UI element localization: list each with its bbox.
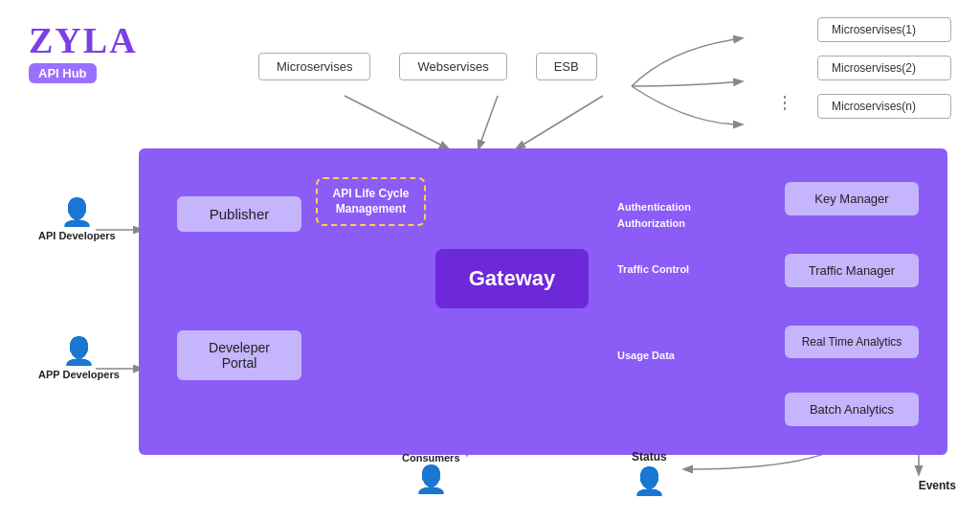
app-developer-icon: 👤 <box>62 335 96 367</box>
micro-box-2: Microservises(2) <box>817 56 951 80</box>
gateway-box: Gateway <box>435 249 589 308</box>
svg-line-4 <box>517 96 603 148</box>
traffic-manager-box: Traffic Manager <box>785 254 919 287</box>
status-label: Status <box>632 450 667 463</box>
microservices-right: Microservises(1) Microservises(2) Micros… <box>817 17 951 119</box>
top-services: Microservises Webservises ESB <box>258 53 597 80</box>
batch-analytics-box: Batch Analytics <box>785 393 919 426</box>
svg-line-2 <box>345 96 448 148</box>
micro-box-3: Microservises(n) <box>817 94 951 119</box>
usage-data-label: Usage Data <box>617 350 675 361</box>
status-area: Status 👤 <box>632 450 667 497</box>
logo-area: ZYLA API Hub <box>29 19 138 83</box>
app-developers-label: APP Developers <box>38 369 120 380</box>
traffic-control-label: Traffic Control <box>617 263 689 275</box>
diagram-container: ZYLA API Hub Microservises Webservises E… <box>0 0 980 520</box>
api-developers-area: 👤 API Developers <box>38 196 116 241</box>
consumers-icon: 👤 <box>414 463 448 495</box>
events-label: Events <box>919 479 956 492</box>
developer-portal-box: Develeper Portal <box>177 330 301 380</box>
app-developers-area: 👤 APP Developers <box>38 335 120 380</box>
authorization-label: Authorization <box>617 217 685 229</box>
lifecycle-box: API Life Cycle Management <box>316 177 426 226</box>
main-purple-area: Publisher Develeper Portal API Life Cycl… <box>139 148 947 455</box>
logo-title: ZYLA <box>29 19 138 61</box>
api-developer-icon: 👤 <box>60 196 94 228</box>
svg-line-3 <box>479 96 498 148</box>
consumers-area: Consumers 👤 <box>402 450 460 495</box>
authentication-label: Authentication <box>617 201 691 213</box>
microservises-box: Microservises <box>258 53 370 80</box>
api-developers-label: API Developers <box>38 230 116 241</box>
esb-box: ESB <box>536 53 597 80</box>
webservises-box: Webservises <box>399 53 506 80</box>
key-manager-box: Key Manager <box>785 182 919 215</box>
publisher-box: Publisher <box>177 196 301 232</box>
logo-subtitle: API Hub <box>29 63 97 83</box>
consumers-label: Consumers <box>402 452 460 463</box>
realtime-analytics-box: Real Time Analytics <box>785 326 919 358</box>
status-icon: 👤 <box>633 465 666 497</box>
micro-box-1: Microservises(1) <box>817 17 951 42</box>
